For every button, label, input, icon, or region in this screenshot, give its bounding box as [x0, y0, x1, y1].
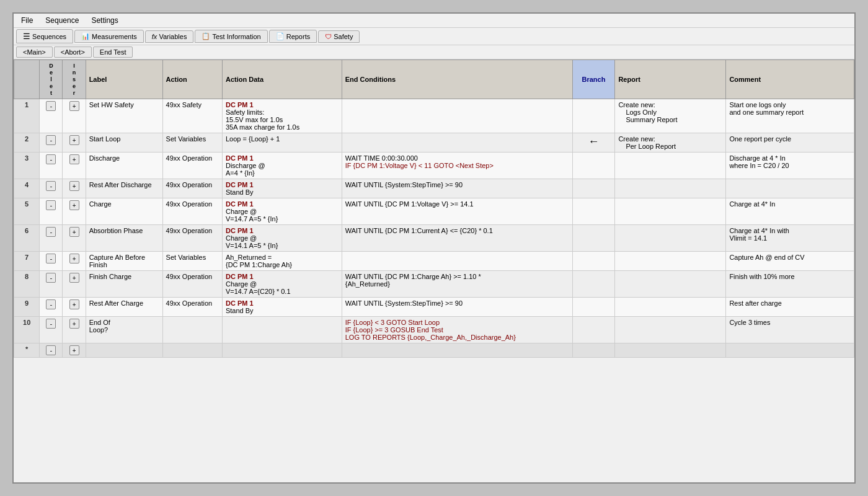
menu-bar: File Sequence Settings — [14, 14, 854, 28]
row-number: 3 — [14, 153, 40, 179]
star-row-empty-cell — [615, 343, 726, 358]
delete-col-label4: e — [50, 83, 53, 89]
label-cell: Absorbtion Phase — [86, 225, 162, 252]
insert-button[interactable]: + — [69, 200, 79, 210]
delete-cell: - — [40, 153, 63, 179]
tab-measurements[interactable]: 📊 Measurements — [74, 30, 144, 43]
action-cell: 49xx Operation — [162, 198, 222, 225]
delete-cell: - — [40, 252, 63, 271]
insert-button[interactable]: + — [69, 299, 79, 309]
delete-cell: - — [40, 99, 63, 133]
sequence-table-container: D e l e t I n s e r — [14, 60, 854, 482]
action-cell: Set Variables — [162, 252, 222, 271]
table-row: 5-+Charge49xx OperationDC PM 1Charge @ V… — [14, 198, 854, 225]
end-conditions-cell: WAIT TIME 0:00:30.000IF {DC PM 1:Voltage… — [342, 153, 572, 179]
row-number: 5 — [14, 198, 40, 225]
label-cell: End Of Loop? — [86, 317, 162, 343]
star-row-empty-cell — [222, 343, 342, 358]
star-row: *-+ — [14, 343, 854, 358]
action-data-text: Safety limits: 15.5V max for 1.0s 35A ma… — [226, 108, 339, 131]
row-number: 10 — [14, 317, 40, 343]
delete-col-label5: t — [50, 90, 52, 96]
tab-variables[interactable]: fx Variables — [145, 30, 194, 43]
comment-cell: Cycle 3 times — [726, 317, 854, 343]
action-data-text: Ah_Returned = {DC PM 1:Charge Ah} — [226, 254, 339, 268]
comment-cell: Start one logs only and one summary repo… — [726, 99, 854, 133]
insert-button[interactable]: + — [69, 273, 79, 283]
menu-file[interactable]: File — [16, 15, 38, 26]
delete-button[interactable]: - — [46, 299, 56, 309]
insert-button[interactable]: + — [69, 135, 79, 145]
action-data-cell: DC PM 1Safety limits: 15.5V max for 1.0s… — [222, 99, 342, 133]
report-cell — [615, 225, 726, 252]
action-data-cell: DC PM 1Charge @ V=14.1 A=5 * {In} — [222, 225, 342, 252]
action-data-text: Discharge @ A=4 * {In} — [226, 162, 339, 177]
insert-button[interactable]: + — [69, 254, 79, 264]
abort-button[interactable]: <Abort> — [54, 46, 92, 58]
branch-cell — [572, 252, 615, 271]
menu-sequence[interactable]: Sequence — [40, 15, 84, 26]
menu-settings[interactable]: Settings — [86, 15, 123, 26]
sequence-table: D e l e t I n s e r — [14, 60, 854, 358]
comment-cell: Charge at 4* In — [726, 198, 854, 225]
main-button[interactable]: <Main> — [16, 46, 53, 58]
insert-cell: + — [63, 317, 86, 343]
delete-button[interactable]: - — [46, 227, 56, 237]
star-delete-button[interactable]: - — [46, 345, 56, 355]
delete-button[interactable]: - — [46, 181, 56, 191]
insert-button[interactable]: + — [69, 101, 79, 111]
delete-cell: - — [40, 179, 63, 198]
delete-button[interactable]: - — [46, 135, 56, 145]
delete-col-label2: e — [50, 69, 53, 76]
table-row: 8-+Finish Charge49xx OperationDC PM 1Cha… — [14, 271, 854, 298]
branch-cell — [572, 225, 615, 252]
test-info-icon: 📋 — [202, 32, 210, 40]
insert-cell: + — [63, 225, 86, 252]
end-condition-line: IF {DC PM 1:Voltage V} < 11 GOTO <Next S… — [345, 162, 494, 169]
tab-reports[interactable]: 📄 Reports — [269, 30, 317, 43]
tab-sequences[interactable]: ☰ Sequences — [16, 29, 73, 43]
insert-button[interactable]: + — [69, 319, 79, 329]
branch-cell — [572, 317, 615, 343]
star-insert-button[interactable]: + — [69, 345, 79, 355]
delete-button[interactable]: - — [46, 319, 56, 329]
star-insert-cell: + — [63, 343, 86, 358]
safety-icon: 🛡 — [325, 33, 332, 40]
insert-button[interactable]: + — [69, 154, 79, 164]
insert-col-label3: s — [73, 76, 76, 82]
action-data-cell — [222, 317, 342, 343]
end-test-button[interactable]: End Test — [93, 46, 133, 58]
star-row-empty-cell — [342, 343, 572, 358]
end-conditions-cell: IF {Loop} < 3 GOTO Start LoopIF {Loop} >… — [342, 317, 572, 343]
delete-button[interactable]: - — [46, 101, 56, 111]
report-cell: Create new:Per Loop Report — [615, 133, 726, 153]
end-condition-line: IF {Loop} < 3 GOTO Start Loop — [345, 319, 440, 326]
delete-button[interactable]: - — [46, 154, 56, 164]
delete-button[interactable]: - — [46, 200, 56, 210]
action-data-cell: DC PM 1Charge @ V=14.7 A={C20} * 0.1 — [222, 271, 342, 298]
delete-button[interactable]: - — [46, 254, 56, 264]
col-header-num — [14, 60, 40, 99]
delete-cell: - — [40, 133, 63, 153]
dc-pm-label: DC PM 1 — [226, 273, 339, 280]
delete-cell: - — [40, 271, 63, 298]
report-cell — [615, 198, 726, 225]
insert-col-label5: r — [73, 90, 76, 96]
insert-button[interactable]: + — [69, 181, 79, 191]
end-condition-line: WAIT UNTIL {DC PM 1:Charge Ah} >= 1.10 * — [345, 273, 481, 280]
tab-safety[interactable]: 🛡 Safety — [318, 30, 360, 43]
end-condition-line: IF {Loop} >= 3 GOSUB End Test — [345, 326, 443, 334]
row-number: 7 — [14, 252, 40, 271]
action-data-text: Charge @ V=14.1 A=5 * {In} — [226, 234, 339, 249]
insert-cell: + — [63, 133, 86, 153]
insert-button[interactable]: + — [69, 227, 79, 237]
insert-cell: + — [63, 179, 86, 198]
dc-pm-label: DC PM 1 — [226, 181, 339, 188]
report-cell — [615, 153, 726, 179]
delete-button[interactable]: - — [46, 273, 56, 283]
label-cell: Capture Ah Before Finish — [86, 252, 162, 271]
col-header-insert: I n s e r — [63, 60, 86, 99]
tab-test-information[interactable]: 📋 Test Information — [195, 30, 267, 43]
sub-toolbar: <Main> <Abort> End Test — [14, 45, 854, 60]
insert-col-label2: n — [73, 69, 76, 76]
